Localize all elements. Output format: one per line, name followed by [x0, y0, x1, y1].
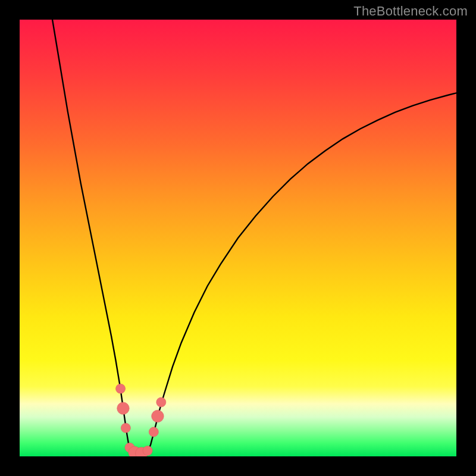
data-marker — [149, 427, 158, 437]
data-marker — [121, 423, 130, 433]
data-marker — [143, 446, 152, 455]
data-marker — [152, 410, 164, 422]
data-marker — [115, 384, 125, 393]
chart-svg — [20, 20, 456, 456]
chart-plot-area — [20, 20, 456, 456]
chart-frame: TheBottleneck.com — [0, 0, 476, 476]
bottleneck-curve — [52, 20, 456, 455]
watermark-text: TheBottleneck.com — [353, 4, 468, 19]
data-marker — [156, 397, 166, 407]
data-markers — [115, 384, 165, 456]
data-marker — [117, 402, 130, 415]
